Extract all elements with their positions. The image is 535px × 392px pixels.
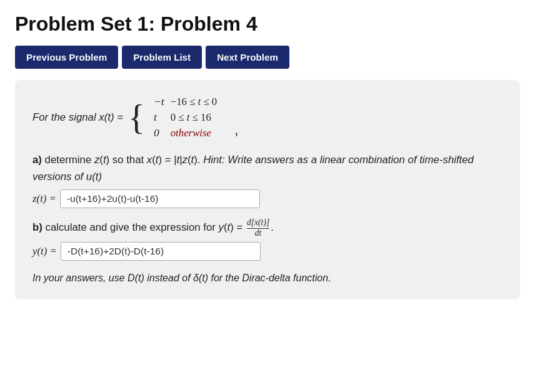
case-row-1: −t −16 ≤ t ≤ 0 [154,94,223,109]
problem-list-button[interactable]: Problem List [122,46,202,69]
note-text: In your answers, use D(t) instead of δ(t… [32,273,331,283]
prev-problem-button[interactable]: Previous Problem [15,46,118,69]
part-b-answer-label: y(t) = [32,245,57,258]
case-row-3: 0 otherwise [154,125,223,141]
signal-definition: For the signal x(t) = { −t −16 ≤ t ≤ 0 t… [32,94,502,141]
page-title: Problem Set 1: Problem 4 [15,13,520,36]
case-cond-3: otherwise [171,125,224,141]
part-b-text: calculate and give the expression for y(… [46,221,274,233]
next-problem-button[interactable]: Next Problem [206,46,289,69]
part-a-label: a) [32,154,42,166]
cases-table: −t −16 ≤ t ≤ 0 t 0 ≤ t ≤ 16 0 otherwise [154,94,223,141]
fraction-denominator: dt [255,229,262,238]
nav-buttons: Previous Problem Problem List Next Probl… [15,46,520,69]
part-a-answer-row: z(t) = [32,189,502,208]
part-a-text: determine z(t) so that x(t) = |t|z(t). H… [32,154,474,183]
case-row-2: t 0 ≤ t ≤ 16 [154,109,223,125]
fraction-numerator: d[x(t)] [247,218,269,229]
case-value-2: t [154,109,171,125]
part-b-label: b) [32,221,42,233]
part-b-answer-row: y(t) = [32,242,502,261]
left-brace: { [128,100,145,135]
part-a-input[interactable] [60,189,260,208]
dirac-note: In your answers, use D(t) instead of δ(t… [32,271,502,286]
case-value-1: −t [154,94,171,109]
signal-prefix: For the signal x(t) = [32,111,123,124]
part-a-header: a) determine z(t) so that x(t) = |t|z(t)… [32,152,502,186]
case-value-3: 0 [154,125,171,141]
part-b-input[interactable] [61,242,261,261]
brace-expression: { −t −16 ≤ t ≤ 0 t 0 ≤ t ≤ 16 0 otherwis… [128,94,238,141]
part-a-answer-label: z(t) = [32,193,56,205]
part-b-header: b) calculate and give the expression for… [32,218,502,238]
derivative-fraction: d[x(t)] dt [247,218,269,238]
case-cond-2: 0 ≤ t ≤ 16 [171,109,224,125]
case-cond-1: −16 ≤ t ≤ 0 [171,94,224,109]
trailing-comma: , [234,122,238,141]
problem-box: For the signal x(t) = { −t −16 ≤ t ≤ 0 t… [15,80,520,299]
otherwise-text: otherwise [171,127,211,139]
